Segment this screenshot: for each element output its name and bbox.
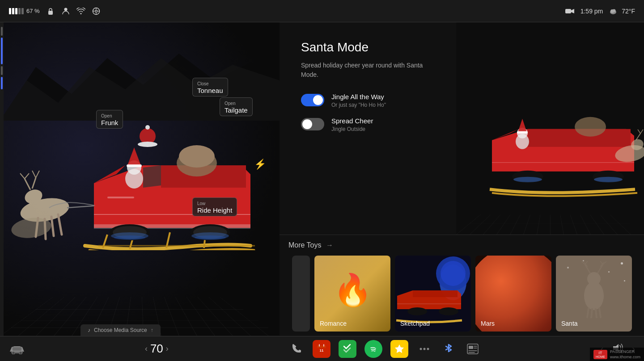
camera-indicator <box>565 8 574 14</box>
speed-display: 70 <box>150 342 163 356</box>
svg-line-21 <box>32 171 36 178</box>
car-icon[interactable] <box>9 341 25 357</box>
santa-mode-section: Santa Mode Spread holiday cheer year rou… <box>280 22 644 235</box>
spread-cheer-info: Spread Cheer Jingle Outside <box>331 117 373 132</box>
snow-dot-3 <box>567 267 569 269</box>
passenger-badge: PASSENGER <box>610 349 640 354</box>
ride-height-label[interactable]: Low Ride Height <box>192 197 237 216</box>
svg-line-18 <box>20 173 25 179</box>
settings-circle-icon <box>92 7 101 16</box>
battery-bars <box>9 8 24 14</box>
svg-point-64 <box>513 177 542 182</box>
taskbar-apps: 11 <box>288 340 481 358</box>
tailgate-sub-label: Open <box>225 101 235 106</box>
taskbar: ‹ 70 › 11 <box>0 336 644 361</box>
svg-text:11: 11 <box>319 348 323 353</box>
svg-point-82 <box>439 307 458 315</box>
spotify-app-icon[interactable] <box>364 340 382 358</box>
media-source-arrow-icon: ↑ <box>151 327 153 333</box>
romance-label: Romance <box>320 320 347 327</box>
svg-marker-68 <box>518 119 527 132</box>
time-display: 1:59 pm <box>580 8 603 15</box>
santa-mode-info: Santa Mode Spread holiday cheer year rou… <box>283 22 456 235</box>
more-toys-title[interactable]: More Toys → <box>288 241 333 249</box>
ride-name-label: Ride Height <box>197 206 232 214</box>
svg-point-110 <box>423 348 425 350</box>
toy-card-santa[interactable]: Santa <box>556 256 632 332</box>
battery-bar-1 <box>9 8 11 14</box>
svg-point-83 <box>584 281 604 310</box>
svg-point-81 <box>407 307 427 315</box>
media-source-bar[interactable]: ♪ Choose Media Source ↑ <box>80 324 161 336</box>
star-app-icon[interactable] <box>390 340 408 358</box>
santa-3d-preview <box>456 22 644 235</box>
svg-rect-103 <box>317 345 326 348</box>
svg-line-26 <box>58 214 62 235</box>
more-toys-section: More Toys → 🔥 Romance <box>280 235 644 336</box>
svg-line-74 <box>640 130 643 134</box>
svg-rect-8 <box>565 9 571 13</box>
svg-point-77 <box>441 261 466 286</box>
jingle-toggle[interactable] <box>301 94 324 106</box>
toy-card-mars[interactable]: Mars <box>475 256 551 332</box>
battery-bar-2 <box>12 8 14 14</box>
watermark: IT HOME PASSENGER www.ithome.com <box>590 348 644 361</box>
svg-rect-113 <box>469 346 473 349</box>
spread-cheer-toggle[interactable] <box>301 118 324 130</box>
tonneau-name-label: Tonneau <box>197 87 223 94</box>
battery-bar-4 <box>18 8 21 14</box>
santa-mode-title: Santa Mode <box>301 40 438 55</box>
toy-card-romance[interactable]: 🔥 Romance <box>314 256 390 332</box>
svg-marker-38 <box>143 165 161 188</box>
site-url: www.ithome.com <box>610 355 640 359</box>
svg-rect-43 <box>107 197 134 198</box>
snow-dot-1 <box>621 262 623 264</box>
svg-rect-101 <box>13 347 21 351</box>
svg-point-109 <box>419 348 422 350</box>
status-bar: 67 % <box>0 0 644 22</box>
right-panel: Santa Mode Spread holiday cheer year rou… <box>280 22 644 336</box>
svg-line-96 <box>599 308 601 317</box>
tailgate-name-label: Tailgate <box>225 106 248 114</box>
main-layout: Open Frunk Close Tonneau Open Tailgate L… <box>0 22 644 336</box>
svg-line-20 <box>32 178 36 189</box>
it-text: IT <box>598 351 602 355</box>
bluetooth-app-icon[interactable] <box>441 341 457 357</box>
more-toys-arrow: → <box>326 241 333 249</box>
weather-display: 72°F <box>609 8 635 15</box>
phone-app-icon[interactable] <box>288 341 305 357</box>
speed-next-arrow[interactable]: › <box>166 344 169 353</box>
spread-cheer-toggle-row: Spread Cheer Jingle Outside <box>301 117 438 132</box>
svg-point-12 <box>613 9 616 12</box>
svg-line-85 <box>585 264 590 273</box>
svg-marker-9 <box>571 9 574 13</box>
svg-point-100 <box>19 352 22 354</box>
spread-cheer-label: Spread Cheer <box>331 117 373 125</box>
battery-bar-5 <box>21 8 24 14</box>
mars-label: Mars <box>481 320 495 327</box>
tonneau-label[interactable]: Close Tonneau <box>192 78 228 97</box>
svg-line-75 <box>638 130 640 134</box>
svg-point-50 <box>114 235 145 240</box>
frunk-name-label: Frunk <box>101 119 118 126</box>
tailgate-label[interactable]: Open Tailgate <box>220 97 253 116</box>
weather-text: 72°F <box>622 8 635 15</box>
jingle-toggle-info: Jingle All the Way Or just say "Ho Ho Ho… <box>331 93 386 108</box>
tasks-app-icon[interactable] <box>339 340 356 358</box>
svg-line-19 <box>25 173 29 179</box>
svg-rect-0 <box>48 11 53 15</box>
sleigh-visualization <box>9 58 280 250</box>
user-icon <box>61 7 70 16</box>
news-app-icon[interactable] <box>465 341 481 357</box>
svg-point-65 <box>594 177 623 182</box>
svg-line-89 <box>597 264 603 273</box>
svg-point-111 <box>427 348 429 350</box>
frunk-sub-label: Open <box>101 113 112 118</box>
svg-line-27 <box>67 206 98 208</box>
dots-app-icon[interactable] <box>416 341 432 357</box>
frunk-label[interactable]: Open Frunk <box>96 110 123 129</box>
speed-prev-arrow[interactable]: ‹ <box>145 344 148 353</box>
toy-card-sketchpad[interactable]: Sketchpad <box>395 256 471 332</box>
svg-line-95 <box>596 309 597 318</box>
calendar-app-icon[interactable]: 11 <box>313 340 330 358</box>
